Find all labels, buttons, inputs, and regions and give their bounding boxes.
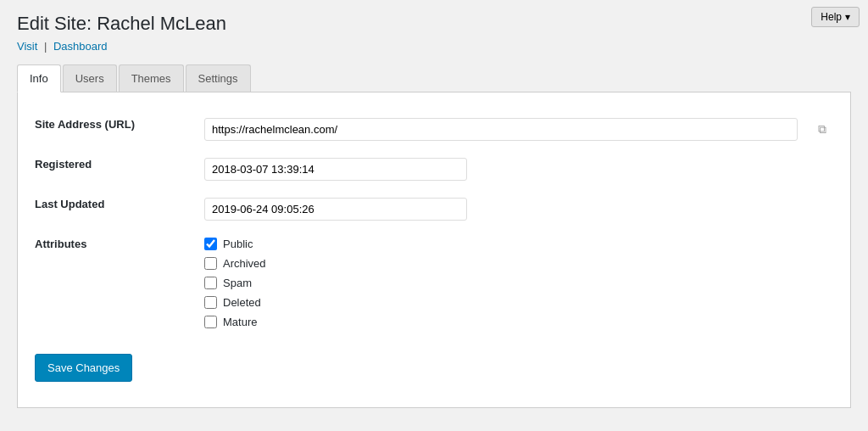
tab-settings[interactable]: Settings <box>186 64 251 92</box>
attribute-deleted-label: Deleted <box>223 296 261 309</box>
checkbox-spam[interactable] <box>204 277 217 289</box>
attribute-deleted[interactable]: Deleted <box>204 296 833 309</box>
checkbox-deleted[interactable] <box>204 296 217 309</box>
attributes-group: Public Archived Spam <box>204 238 833 328</box>
tab-themes[interactable]: Themes <box>119 64 184 92</box>
form-table: Site Address (URL) ⧉ Registered <box>18 109 850 337</box>
url-input-wrapper: ⧉ <box>204 118 833 141</box>
last-updated-input[interactable] <box>204 198 467 221</box>
attribute-public[interactable]: Public <box>204 238 833 250</box>
attribute-archived[interactable]: Archived <box>204 257 833 270</box>
help-label: Help <box>821 11 842 23</box>
tab-content-info: Site Address (URL) ⧉ Registered <box>17 92 851 408</box>
breadcrumb-separator: | <box>44 40 47 53</box>
tab-users[interactable]: Users <box>63 64 117 92</box>
checkbox-archived[interactable] <box>204 257 217 270</box>
attribute-spam-label: Spam <box>223 277 252 289</box>
tab-info[interactable]: Info <box>17 64 61 92</box>
registered-input[interactable] <box>204 158 467 181</box>
last-updated-label: Last Updated <box>35 198 104 210</box>
attribute-spam[interactable]: Spam <box>204 277 833 289</box>
visit-link[interactable]: Visit <box>17 40 37 53</box>
page-title: Edit Site: Rachel McLean <box>17 13 851 35</box>
attribute-public-label: Public <box>223 238 253 250</box>
tabs-nav: Info Users Themes Settings <box>17 64 851 92</box>
copy-icon[interactable]: ⧉ <box>818 122 826 137</box>
checkbox-public[interactable] <box>204 238 217 250</box>
attributes-label: Attributes <box>35 238 86 250</box>
site-address-label: Site Address (URL) <box>35 118 135 131</box>
attribute-mature-label: Mature <box>223 316 257 328</box>
save-changes-button[interactable]: Save Changes <box>35 354 132 382</box>
dashboard-link[interactable]: Dashboard <box>53 40 108 53</box>
breadcrumb: Visit | Dashboard <box>17 40 851 53</box>
help-button[interactable]: Help ▾ <box>811 7 860 27</box>
chevron-down-icon: ▾ <box>845 11 850 23</box>
registered-label: Registered <box>35 158 92 171</box>
attribute-mature[interactable]: Mature <box>204 316 833 328</box>
checkbox-mature[interactable] <box>204 316 217 328</box>
site-address-input[interactable] <box>204 118 798 141</box>
attribute-archived-label: Archived <box>223 257 266 270</box>
